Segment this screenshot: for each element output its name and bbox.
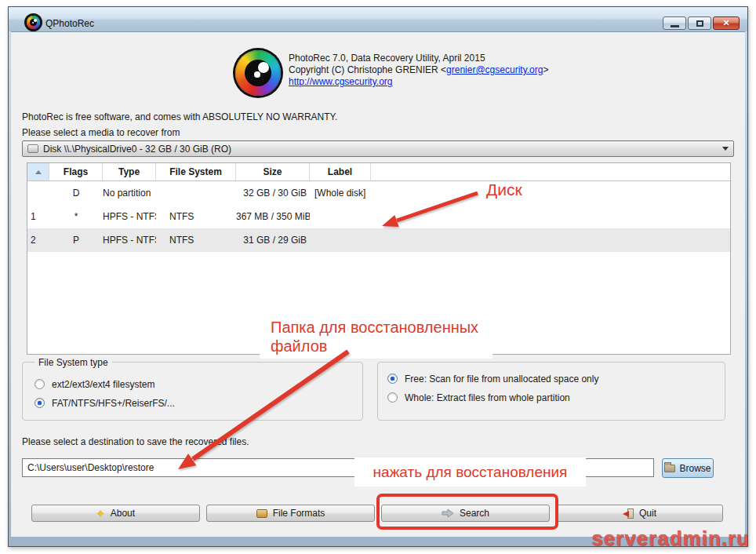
radio-icon[interactable] (387, 392, 398, 403)
table-row[interactable]: 2 P HPFS - NTFS NTFS 31 GB / 29 GiB (27, 228, 730, 252)
press-annotation-text: нажать для восстановления (354, 457, 586, 487)
sort-ascending-icon (35, 170, 42, 174)
disk-drive-icon (27, 144, 38, 153)
copyright-line: Copyright (C) Christophe GRENIER <grenie… (289, 64, 548, 75)
star-icon: ✦ (96, 508, 105, 519)
search-button[interactable]: Search (381, 505, 550, 522)
email-link[interactable]: grenier@cgsecurity.org (446, 64, 543, 75)
folder-annotation-text: Папка для восстановленных файлов (260, 315, 492, 359)
media-select-dropdown[interactable]: Disk \\.\PhysicalDrive0 - 32 GB / 30 GiB… (22, 140, 734, 157)
minimize-button[interactable] (663, 16, 686, 30)
partition-table-header: Flags Type File System Size Label (27, 163, 730, 181)
screenshot-root: QPhotoRec ✕ PhotoRec 7.0, Data Recovery … (0, 0, 756, 554)
close-icon: ✕ (722, 18, 729, 28)
file-formats-button[interactable]: File Formats (206, 505, 375, 522)
table-row[interactable]: D No partition 32 GB / 30 GiB [Whole dis… (27, 181, 730, 205)
titlebar[interactable] (9, 7, 747, 31)
chevron-down-icon (722, 147, 729, 151)
exit-door-icon (623, 508, 634, 519)
website-link[interactable]: http://www.cgsecurity.org (289, 76, 393, 87)
maximize-icon (696, 20, 703, 27)
radio-icon[interactable] (35, 398, 45, 408)
quit-button[interactable]: Quit (556, 505, 723, 522)
browse-button[interactable]: Browse (662, 458, 714, 478)
select-media-label: Please select a media to recover from (22, 127, 180, 138)
maximize-button[interactable] (688, 16, 711, 30)
photorec-logo-icon (235, 50, 281, 96)
close-button[interactable]: ✕ (713, 16, 740, 30)
watermark: serveradmin.ru (591, 527, 750, 551)
column-header-flags[interactable]: Flags (49, 163, 103, 180)
radio-ext-filesystem[interactable]: ext2/ext3/ext4 filesystem (35, 378, 154, 390)
destination-prompt: Please select a destination to save the … (22, 436, 249, 447)
folder-icon (664, 465, 675, 472)
file-formats-icon (256, 509, 267, 518)
radio-icon[interactable] (387, 374, 398, 384)
column-header-filler (371, 163, 730, 180)
website-link-line: http://www.cgsecurity.org (289, 76, 393, 87)
app-logo-icon (27, 16, 40, 29)
radio-scan-whole[interactable]: Whole: Extract files from whole partitio… (387, 392, 570, 403)
column-header-filesystem[interactable]: File System (156, 163, 236, 180)
app-version-line: PhotoRec 7.0, Data Recovery Utility, Apr… (289, 53, 485, 64)
column-header-type[interactable]: Type (103, 163, 156, 180)
filesystem-type-group (22, 362, 363, 421)
sort-column-header[interactable] (27, 163, 49, 180)
warranty-text: PhotoRec is free software, and comes wit… (22, 111, 337, 122)
window-title: QPhotoRec (45, 18, 94, 29)
disk-annotation-text: Диск (486, 180, 522, 199)
minimize-icon (671, 25, 679, 27)
column-header-size[interactable]: Size (236, 163, 310, 180)
about-button[interactable]: ✦ About (31, 505, 200, 522)
table-row[interactable]: 1 * HPFS - NTFS NTFS 367 MB / 350 MiB (27, 205, 730, 228)
media-select-value: Disk \\.\PhysicalDrive0 - 32 GB / 30 GiB… (43, 144, 231, 155)
radio-scan-free[interactable]: Free: Scan for file from unallocated spa… (387, 373, 598, 385)
filesystem-type-group-title: File System type (35, 357, 112, 368)
radio-fat-ntfs-filesystem[interactable]: FAT/NTFS/HFS+/ReiserFS/... (35, 397, 175, 409)
radio-icon[interactable] (35, 379, 45, 389)
arrow-right-icon (442, 508, 454, 518)
column-header-label[interactable]: Label (310, 163, 371, 180)
